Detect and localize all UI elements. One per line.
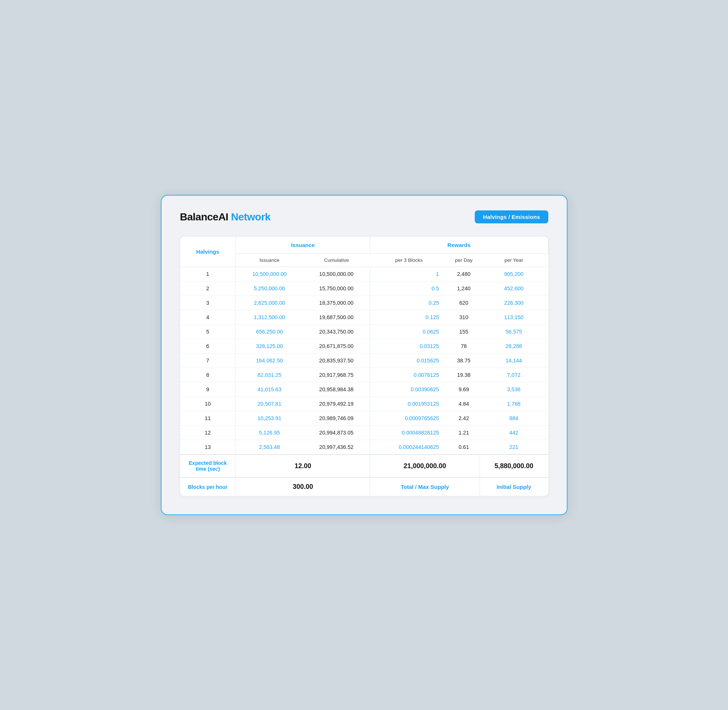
cell-number: 7	[180, 354, 236, 368]
cell-perday: 1,240	[448, 282, 479, 296]
cell-cumulative: 20,835,937.50	[303, 354, 370, 368]
cell-per3: 1	[370, 267, 448, 282]
sub-header-cumulative: Cumulative	[303, 254, 370, 267]
cell-cumulative: 10,500,000.00	[303, 267, 370, 282]
cell-issuance: 164,062.50	[236, 354, 303, 368]
cell-perday: 38.75	[448, 354, 479, 368]
page-header: BalanceAI Network Halvings / Emissions	[180, 210, 548, 223]
cell-issuance: 10,253.91	[236, 411, 303, 425]
cell-cumulative: 20,958,984.38	[303, 382, 370, 397]
cell-number: 3	[180, 296, 236, 310]
cell-cumulative: 20,997,436.52	[303, 440, 370, 455]
cell-per3: 0.25	[370, 296, 448, 310]
table-row: 1 10,500,000.00 10,500,000.00 1 2,480 90…	[180, 267, 548, 282]
cell-number: 1	[180, 267, 236, 282]
cell-perday: 78	[448, 339, 479, 354]
cell-number: 5	[180, 325, 236, 339]
table-row: 8 82,031.25 20,917,968.75 0.0078125 19.3…	[180, 368, 548, 382]
cell-issuance: 2,563.48	[236, 440, 303, 455]
cell-perday: 2,480	[448, 267, 479, 282]
cell-cumulative: 20,994,873.05	[303, 425, 370, 440]
cell-peryear: 905,200	[479, 267, 548, 282]
cell-per3: 0.001953125	[370, 397, 448, 411]
halvings-table: Halvings Issuance Rewards Issuance Cumul…	[180, 237, 548, 496]
table-row: 4 1,312,500.00 19,687,500.00 0.125 310 1…	[180, 310, 548, 325]
cell-peryear: 884	[479, 411, 548, 425]
expected-block-label: Expected block time (sec)	[180, 455, 236, 477]
cell-per3: 0.5	[370, 282, 448, 296]
cell-per3: 0.00048828125	[370, 425, 448, 440]
col-group-issuance: Issuance	[236, 237, 370, 254]
table-row: 6 328,125.00 20,671,875.00 0.03125 78 28…	[180, 339, 548, 354]
halvings-badge[interactable]: Halvings / Emissions	[475, 210, 548, 223]
cell-number: 8	[180, 368, 236, 382]
table-row: 2 5,250,000.00 15,750,000.00 0.5 1,240 4…	[180, 282, 548, 296]
total-supply-value: 21,000,000.00	[370, 455, 480, 477]
cell-number: 13	[180, 440, 236, 455]
sub-header-per3blocks: per 3 Blocks	[370, 254, 448, 267]
cell-number: 10	[180, 397, 236, 411]
cell-perday: 155	[448, 325, 479, 339]
footer-row-2: Blocks per hour 300.00 Total / Max Suppl…	[180, 477, 548, 496]
cell-number: 4	[180, 310, 236, 325]
table-row: 9 41,015.63 20,958,984.38 0.00390625 9.6…	[180, 382, 548, 397]
cell-issuance: 1,312,500.00	[236, 310, 303, 325]
cell-perday: 4.84	[448, 397, 479, 411]
cell-perday: 19.38	[448, 368, 479, 382]
cell-issuance: 10,500,000.00	[236, 267, 303, 282]
cell-per3: 0.125	[370, 310, 448, 325]
total-max-supply-label: Total / Max Supply	[370, 477, 480, 496]
blocks-per-hour-label: Blocks per hour	[180, 477, 236, 496]
cell-per3: 0.000244140625	[370, 440, 448, 455]
cell-issuance: 82,031.25	[236, 368, 303, 382]
cell-peryear: 14,144	[479, 354, 548, 368]
cell-per3: 0.00390625	[370, 382, 448, 397]
blocks-per-hour-value: 300.00	[236, 477, 370, 496]
cell-number: 11	[180, 411, 236, 425]
cell-cumulative: 20,917,968.75	[303, 368, 370, 382]
cell-cumulative: 19,687,500.00	[303, 310, 370, 325]
cell-peryear: 221	[479, 440, 548, 455]
col-group-halvings: Halvings	[180, 237, 236, 267]
sub-header-perday: per Day	[448, 254, 479, 267]
expected-block-value: 12.00	[236, 455, 370, 477]
cell-number: 12	[180, 425, 236, 440]
cell-cumulative: 20,343,750.00	[303, 325, 370, 339]
cell-perday: 0.61	[448, 440, 479, 455]
logo: BalanceAI Network	[180, 211, 271, 223]
cell-peryear: 226,300	[479, 296, 548, 310]
table-row: 13 2,563.48 20,997,436.52 0.000244140625…	[180, 440, 548, 455]
cell-perday: 310	[448, 310, 479, 325]
initial-supply-label: Initial Supply	[479, 477, 548, 496]
cell-perday: 620	[448, 296, 479, 310]
cell-per3: 0.0625	[370, 325, 448, 339]
cell-perday: 2.42	[448, 411, 479, 425]
cell-issuance: 328,125.00	[236, 339, 303, 354]
col-group-rewards: Rewards	[370, 237, 548, 254]
cell-issuance: 20,507.81	[236, 397, 303, 411]
table-row: 7 164,062.50 20,835,937.50 0.015625 38.7…	[180, 354, 548, 368]
cell-issuance: 41,015.63	[236, 382, 303, 397]
main-card: BalanceAI Network Halvings / Emissions H…	[161, 195, 568, 515]
cell-issuance: 2,625,000.00	[236, 296, 303, 310]
cell-peryear: 56,575	[479, 325, 548, 339]
cell-per3: 0.03125	[370, 339, 448, 354]
logo-blue-text: Network	[231, 211, 271, 223]
cell-issuance: 5,250,000.00	[236, 282, 303, 296]
sub-header-issuance: Issuance	[236, 254, 303, 267]
table-row: 3 2,625,000.00 18,375,000.00 0.25 620 22…	[180, 296, 548, 310]
cell-number: 2	[180, 282, 236, 296]
cell-issuance: 656,250.00	[236, 325, 303, 339]
cell-peryear: 28,288	[479, 339, 548, 354]
cell-cumulative: 20,989,746.09	[303, 411, 370, 425]
cell-cumulative: 18,375,000.00	[303, 296, 370, 310]
cell-peryear: 442	[479, 425, 548, 440]
table-row: 12 5,126.95 20,994,873.05 0.00048828125 …	[180, 425, 548, 440]
cell-peryear: 7,072	[479, 368, 548, 382]
cell-peryear: 113,150	[479, 310, 548, 325]
table-row: 10 20,507.81 20,979,492.19 0.001953125 4…	[180, 397, 548, 411]
cell-issuance: 5,126.95	[236, 425, 303, 440]
cell-number: 6	[180, 339, 236, 354]
cell-perday: 9.69	[448, 382, 479, 397]
initial-supply-value: 5,880,000.00	[479, 455, 548, 477]
